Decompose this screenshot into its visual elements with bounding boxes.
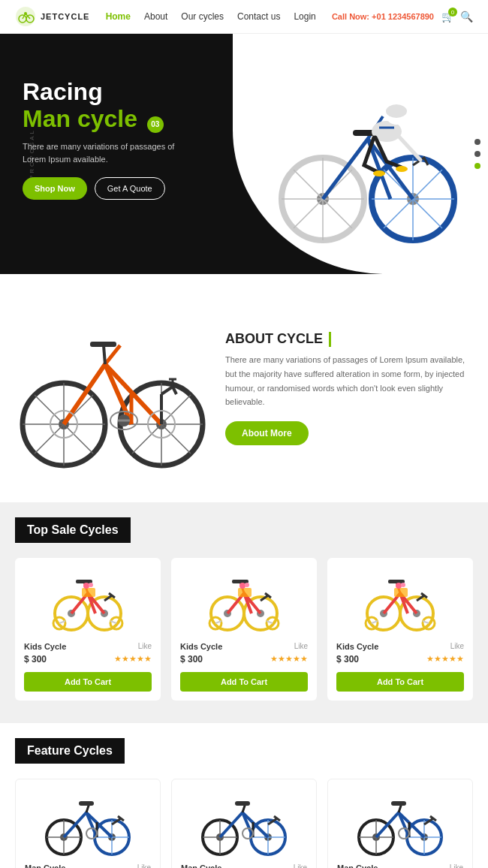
logo-text: JETCYCLE <box>41 12 89 21</box>
feature-info-1: Man Cycle Like <box>25 863 151 868</box>
kids-cycle-image-2 <box>199 567 289 634</box>
call-now: Call Now: +01 1234567890 <box>332 12 434 21</box>
hero-description: There are many variations of passages of… <box>23 140 180 165</box>
svg-rect-51 <box>76 580 92 583</box>
cart-icon[interactable]: 🛒0 <box>441 11 454 23</box>
product-info-2: Kids Cycle Like <box>180 642 308 651</box>
hero-badge: 03 <box>147 116 164 133</box>
kids-cycle-card-1: Kids Cycle Like $ 300 ★★★★★ Add To Cart <box>15 558 161 701</box>
feature-like-3[interactable]: Like <box>450 863 463 868</box>
feature-info-2: Man Cycle Like <box>181 863 307 868</box>
product-price-1: $ 300 <box>24 654 47 665</box>
man-cycle-image-1 <box>43 788 133 856</box>
svg-rect-79 <box>394 588 408 597</box>
cart-count: 0 <box>448 8 457 17</box>
logo[interactable]: JETCYCLE <box>15 6 89 27</box>
man-cycle-card-2: Man Cycle Like $ 300 ★★★★★ Add To Cart <box>171 779 317 868</box>
svg-rect-64 <box>232 580 249 583</box>
feature-grid: Man Cycle Like $ 300 ★★★★★ Add To Cart <box>15 779 473 868</box>
feature-title: Feature Cycles <box>15 738 125 764</box>
about-section: ABOUT CYCLE There are many variations of… <box>0 274 488 502</box>
product-like-3[interactable]: Like <box>450 642 464 651</box>
product-name-3: Kids Cycle <box>336 642 378 651</box>
product-price-3: $ 300 <box>336 654 359 665</box>
product-info-1: Kids Cycle Like <box>24 642 152 651</box>
product-stars-2: ★★★★★ <box>270 654 308 665</box>
svg-point-68 <box>245 583 249 587</box>
feature-name-1: Man Cycle <box>25 863 65 868</box>
about-content: ABOUT CYCLE There are many variations of… <box>225 331 473 445</box>
svg-rect-37 <box>90 342 116 347</box>
logo-icon <box>15 6 36 27</box>
hero-dots <box>474 139 480 169</box>
feature-like-2[interactable]: Like <box>294 863 307 868</box>
feature-name-3: Man Cycle <box>337 863 378 868</box>
product-price-2: $ 300 <box>180 654 203 665</box>
product-name-1: Kids Cycle <box>24 642 66 651</box>
feature-info-3: Man Cycle Like <box>337 863 463 868</box>
top-sale-title: Top Sale Cycles <box>15 517 131 543</box>
feature-name-2: Man Cycle <box>181 863 221 868</box>
nav-icons: 🛒0 🔍 <box>441 11 473 23</box>
product-price-row-3: $ 300 ★★★★★ <box>336 654 464 665</box>
svg-point-55 <box>89 583 93 587</box>
dot-3[interactable] <box>474 163 480 169</box>
top-sale-section: Top Sale Cycles <box>0 502 488 723</box>
nav-cycles[interactable]: Our cycles <box>181 11 224 22</box>
feature-section: Feature Cycles <box>0 723 488 868</box>
svg-rect-90 <box>79 801 94 806</box>
svg-line-36 <box>104 345 105 364</box>
hero-section: PROPOSAL Racing Man cycle 03 There are m… <box>0 34 488 274</box>
about-title: ABOUT CYCLE <box>225 331 473 347</box>
svg-rect-66 <box>238 588 252 597</box>
man-cycle-image-2 <box>199 788 289 856</box>
svg-rect-53 <box>82 588 95 597</box>
svg-point-81 <box>401 583 405 587</box>
top-sale-grid: Kids Cycle Like $ 300 ★★★★★ Add To Cart <box>15 558 473 701</box>
kids-cycle-card-2: Kids Cycle Like $ 300 ★★★★★ Add To Cart <box>171 558 317 701</box>
svg-point-20 <box>373 170 385 176</box>
man-cycle-card-3: Man Cycle Like $ 300 ★★★★★ Add To Cart <box>327 779 473 868</box>
nav-login[interactable]: Login <box>294 11 315 22</box>
svg-point-3 <box>24 12 27 15</box>
product-price-row-1: $ 300 ★★★★★ <box>24 654 152 665</box>
feature-like-1[interactable]: Like <box>137 863 151 868</box>
svg-point-54 <box>83 583 89 589</box>
product-stars-1: ★★★★★ <box>114 654 152 665</box>
kids-cycle-card-3: Kids Cycle Like $ 300 ★★★★★ Add To Cart <box>327 558 473 701</box>
svg-point-67 <box>239 583 246 589</box>
header: JETCYCLE Home About Our cycles Contact u… <box>0 0 488 34</box>
about-bike-image <box>15 304 210 472</box>
nav-about[interactable]: About <box>144 11 167 22</box>
product-like-2[interactable]: Like <box>294 642 308 651</box>
product-like-1[interactable]: Like <box>138 642 152 651</box>
about-more-button[interactable]: About More <box>225 421 309 445</box>
hero-title-line1: Racing <box>23 79 180 105</box>
svg-point-80 <box>396 583 402 589</box>
add-to-cart-button-1[interactable]: Add To Cart <box>24 672 152 692</box>
kids-cycle-image-1 <box>43 567 133 634</box>
hero-buttons: Shop Now Get A Quote <box>23 177 180 200</box>
svg-rect-77 <box>388 580 405 583</box>
hero-title-line2: Man cycle 03 <box>23 105 180 133</box>
product-price-row-2: $ 300 ★★★★★ <box>180 654 308 665</box>
product-info-3: Kids Cycle Like <box>336 642 464 651</box>
product-stars-3: ★★★★★ <box>426 654 464 665</box>
add-to-cart-button-3[interactable]: Add To Cart <box>336 672 464 692</box>
hero-content: Racing Man cycle 03 There are many varia… <box>23 79 180 200</box>
dot-2[interactable] <box>474 151 480 157</box>
nav-contact[interactable]: Contact us <box>237 11 280 22</box>
title-bar-decoration <box>329 332 331 347</box>
shop-now-button[interactable]: Shop Now <box>23 177 87 200</box>
search-icon[interactable]: 🔍 <box>460 11 473 23</box>
dot-1[interactable] <box>474 139 480 145</box>
add-to-cart-button-2[interactable]: Add To Cart <box>180 672 308 692</box>
nav-home[interactable]: Home <box>106 11 131 22</box>
svg-point-21 <box>396 166 408 172</box>
racing-cyclist-svg <box>263 49 473 259</box>
kids-cycle-image-3 <box>355 567 445 634</box>
main-nav: Home About Our cycles Contact us Login <box>106 11 316 22</box>
product-name-2: Kids Cycle <box>180 642 222 651</box>
mountain-bike-svg <box>15 304 210 469</box>
get-quote-button[interactable]: Get A Quote <box>95 177 165 200</box>
